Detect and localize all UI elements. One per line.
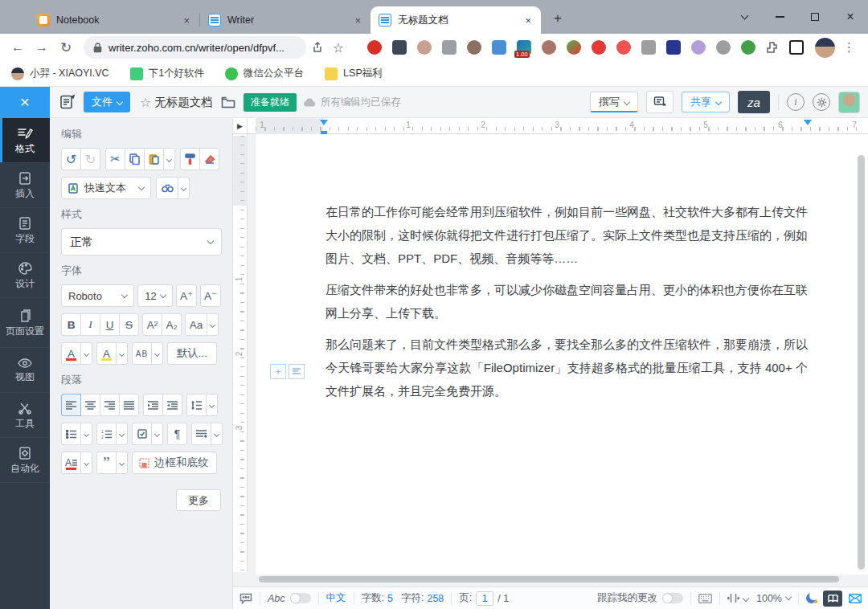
align-right-button[interactable] xyxy=(100,394,120,416)
sidebar-item-insert[interactable]: 插入 xyxy=(0,163,50,208)
info-icon[interactable]: i xyxy=(787,93,805,111)
character-spacing-caret[interactable] xyxy=(151,342,163,365)
extension-icon[interactable] xyxy=(392,40,407,55)
borders-shading-button[interactable]: 边框和底纹 xyxy=(132,452,217,474)
extension-icon[interactable]: 1.00 xyxy=(517,40,531,55)
line-spacing-button[interactable] xyxy=(186,394,207,416)
checklist-caret[interactable] xyxy=(151,423,163,445)
back-button[interactable]: ← xyxy=(6,36,29,59)
tab-close-icon[interactable]: × xyxy=(523,14,533,27)
document-page[interactable]: 在日常的工作你可能会经常用到压缩软件，例如目前一些网盘、社交软件大多都有上传文件… xyxy=(256,134,868,574)
bookmark-item[interactable]: 小羿 - XIAOYI.VC xyxy=(11,67,109,80)
paragraph[interactable]: 压缩文件带来的好处也非常多，可以减少你磁盘空间容量占用、更小的体积也方便你在互联… xyxy=(326,278,808,325)
tab-close-icon[interactable]: × xyxy=(353,14,362,27)
window-close-button[interactable]: × xyxy=(833,0,868,34)
user-avatar[interactable] xyxy=(838,92,860,113)
browser-profile-avatar[interactable] xyxy=(815,38,835,58)
spellcheck-toggle[interactable] xyxy=(290,593,311,603)
justify-button[interactable] xyxy=(119,394,139,416)
language-indicator[interactable]: 中文 xyxy=(326,591,346,605)
highlight-color-caret[interactable] xyxy=(116,342,128,365)
increase-indent-button[interactable] xyxy=(143,394,163,416)
email-image-icon[interactable] xyxy=(849,594,862,603)
find-options-caret[interactable] xyxy=(178,177,190,199)
align-left-button[interactable] xyxy=(61,394,81,416)
share-button[interactable]: 共享 xyxy=(682,92,730,112)
font-size-dropdown[interactable]: 12 xyxy=(137,284,173,307)
favorite-star-icon[interactable]: ☆ xyxy=(140,95,151,110)
paragraph-style-dropdown[interactable]: 正常 xyxy=(61,228,222,255)
extension-icon[interactable] xyxy=(567,40,581,55)
side-panel-icon[interactable] xyxy=(789,40,804,55)
block-quote-button[interactable]: ” xyxy=(96,452,117,474)
extension-icon[interactable] xyxy=(492,40,506,55)
window-maximize-button[interactable] xyxy=(797,0,833,34)
settings-gear-icon[interactable] xyxy=(813,93,830,111)
strikethrough-button[interactable]: S xyxy=(119,313,139,336)
sidebar-item-format[interactable]: 格式 xyxy=(0,118,50,163)
extension-icon[interactable] xyxy=(367,40,382,55)
right-indent-marker[interactable] xyxy=(804,120,812,125)
char-count-value[interactable]: 258 xyxy=(427,593,444,604)
more-options-button[interactable]: 更多 xyxy=(176,489,221,511)
folder-move-icon[interactable] xyxy=(221,96,235,108)
track-changes-toggle[interactable] xyxy=(662,593,683,603)
drop-cap-caret[interactable] xyxy=(80,452,92,474)
bullet-list-button[interactable] xyxy=(61,423,81,445)
close-document-button[interactable]: × xyxy=(0,87,50,118)
bookmark-folder[interactable]: LSP福利 xyxy=(325,67,383,80)
checklist-button[interactable] xyxy=(132,423,152,445)
paste-button[interactable] xyxy=(144,148,164,170)
document-text[interactable]: 在日常的工作你可能会经常用到压缩软件，例如目前一些网盘、社交软件大多都有上传文件… xyxy=(326,200,808,411)
comments-icon[interactable] xyxy=(240,593,252,604)
extension-icon[interactable] xyxy=(691,40,706,55)
find-replace-button[interactable] xyxy=(156,177,178,199)
horizontal-ruler[interactable]: 1 1 2 3 4 5 6 7 xyxy=(248,118,868,134)
decrease-font-button[interactable]: A⁻ xyxy=(200,284,221,307)
paragraph-options-button[interactable] xyxy=(289,364,305,379)
extension-icon[interactable] xyxy=(666,40,681,55)
window-menu-chevron-icon[interactable] xyxy=(727,0,762,34)
browser-menu-icon[interactable]: ⋮ xyxy=(837,40,862,55)
extension-icon[interactable] xyxy=(442,40,457,55)
left-indent-marker[interactable] xyxy=(320,120,328,125)
tab-notebook[interactable]: Notebook × xyxy=(29,6,199,34)
highlight-color-button[interactable]: A xyxy=(96,342,117,365)
bullet-list-caret[interactable] xyxy=(80,423,92,445)
subscript-button[interactable]: A₂ xyxy=(162,313,182,336)
copy-button[interactable] xyxy=(125,148,145,170)
undo-button[interactable]: ↺ xyxy=(61,148,81,170)
tab-untitled-document[interactable]: 无标题文档 × xyxy=(371,6,541,34)
font-family-dropdown[interactable]: Roboto xyxy=(61,284,134,307)
clear-format-eraser-button[interactable] xyxy=(199,148,219,170)
sidebar-item-design[interactable]: 设计 xyxy=(0,253,50,298)
font-color-button[interactable]: A xyxy=(61,342,81,365)
bookmark-star-icon[interactable]: ☆ xyxy=(329,38,348,57)
tab-close-icon[interactable]: × xyxy=(182,14,191,27)
cut-button[interactable]: ✂ xyxy=(105,148,125,170)
window-minimize-button[interactable] xyxy=(762,0,797,34)
vertical-scrollbar[interactable] xyxy=(858,155,865,570)
italic-button[interactable]: I xyxy=(80,313,100,336)
address-bar[interactable]: writer.zoho.com.cn/writer/open/dfpvf... xyxy=(84,36,306,59)
paragraph[interactable]: 那么问题来了，目前文件类型格式那么多，要找全那么多的文件压缩软件，那要崩溃，所以… xyxy=(326,333,808,403)
formatting-marks-button[interactable]: ¶ xyxy=(167,423,187,445)
bookmark-item[interactable]: 下1个好软件 xyxy=(130,67,204,80)
default-format-button[interactable]: 默认... xyxy=(167,342,217,365)
file-menu-button[interactable]: 文件 xyxy=(84,92,130,112)
page-number-input[interactable]: 1 xyxy=(476,591,493,606)
new-tab-button[interactable]: + xyxy=(547,8,568,29)
share-page-icon[interactable] xyxy=(308,38,327,57)
increase-font-button[interactable]: A⁺ xyxy=(176,284,197,307)
numbered-list-button[interactable]: 12 xyxy=(96,423,117,445)
font-color-caret[interactable] xyxy=(80,342,92,365)
redo-button[interactable]: ↻ xyxy=(80,148,100,170)
paragraph[interactable]: 在日常的工作你可能会经常用到压缩软件，例如目前一些网盘、社交软件大多都有上传文件… xyxy=(326,200,808,270)
extension-icon[interactable] xyxy=(467,40,481,55)
block-quote-caret[interactable] xyxy=(116,452,128,474)
extension-icon[interactable] xyxy=(417,40,432,55)
zoom-level-dropdown[interactable]: 100% xyxy=(756,593,782,604)
reload-button[interactable]: ↻ xyxy=(55,36,77,59)
character-spacing-button[interactable]: AB xyxy=(132,342,152,365)
line-spacing-caret[interactable] xyxy=(206,394,218,416)
